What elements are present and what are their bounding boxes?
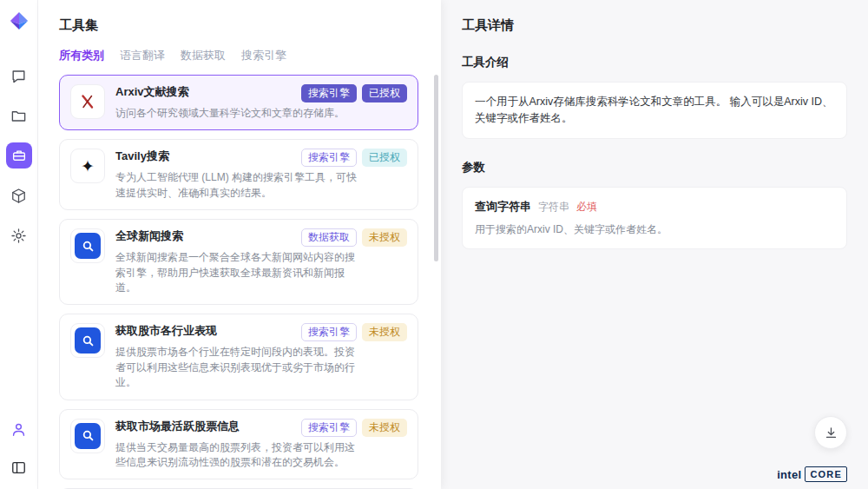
list-scrollbar[interactable] — [434, 75, 438, 261]
tab-search-engine[interactable]: 搜索引擎 — [241, 48, 286, 63]
tool-list-panel: 工具集 所有类别 语言翻译 数据获取 搜索引擎 Arxiv文献搜索 — [38, 0, 441, 489]
category-badge: 数据获取 — [301, 228, 357, 247]
tab-language-translation[interactable]: 语言翻译 — [120, 48, 165, 63]
tool-card-active-stocks[interactable]: 获取市场最活跃股票信息 搜索引擎 未授权 提供当天交易量最高的股票列表，投资者可… — [59, 409, 418, 480]
app-logo-icon — [9, 10, 30, 31]
category-badge: 搜索引擎 — [301, 419, 357, 437]
tool-detail-panel: 工具详情 工具介绍 一个用于从Arxiv存储库搜索科学论文和文章的工具。 输入可… — [441, 0, 868, 489]
tavily-logo-icon: ✦ — [70, 149, 105, 183]
app-window: 工具集 所有类别 语言翻译 数据获取 搜索引擎 Arxiv文献搜索 — [0, 0, 868, 489]
auth-status-badge: 未授权 — [362, 419, 407, 437]
tool-description: 访问各个研究领域大量科学论文和文章的存储库。 — [115, 106, 357, 121]
download-icon — [824, 426, 838, 440]
auth-status-badge: 未授权 — [362, 323, 407, 341]
param-description: 用于搜索的Arxiv ID、关键字或作者姓名。 — [475, 221, 834, 237]
category-badge: 搜索引擎 — [301, 323, 357, 341]
category-tabs: 所有类别 语言翻译 数据获取 搜索引擎 — [59, 48, 418, 63]
auth-status-badge: 未授权 — [362, 228, 407, 247]
params-heading: 参数 — [462, 160, 847, 175]
intel-brand-text: intel — [777, 468, 801, 481]
package-icon[interactable] — [6, 182, 32, 208]
tool-name: Tavily搜索 — [115, 149, 169, 164]
toolbox-icon[interactable] — [6, 142, 32, 169]
tool-name: 获取市场最活跃股票信息 — [115, 419, 240, 434]
tool-name: Arxiv文献搜索 — [115, 84, 189, 100]
tool-name: 获取股市各行业表现 — [115, 323, 217, 339]
panel-toggle-icon[interactable] — [6, 454, 32, 480]
intro-card: 一个用于从Arxiv存储库搜索科学论文和文章的工具。 输入可以是Arxiv ID… — [462, 82, 847, 139]
tool-card-global-news[interactable]: 全球新闻搜索 数据获取 未授权 全球新闻搜索是一个聚合全球各大新闻网站内容的搜索… — [59, 219, 418, 305]
param-name: 查询字符串 — [475, 199, 531, 215]
param-required-flag: 必填 — [576, 200, 597, 215]
auth-status-badge: 已授权 — [362, 149, 407, 167]
intel-core-logo: intel CORE — [777, 466, 847, 482]
page-title: 工具集 — [59, 17, 418, 34]
core-brand-text: CORE — [805, 466, 847, 482]
tool-card-list: Arxiv文献搜索 搜索引擎 已授权 访问各个研究领域大量科学论文和文章的存储库… — [59, 75, 418, 489]
tool-card-arxiv[interactable]: Arxiv文献搜索 搜索引擎 已授权 访问各个研究领域大量科学论文和文章的存储库… — [59, 75, 418, 130]
tool-card-tavily[interactable]: ✦ Tavily搜索 搜索引擎 已授权 专为人工智能代理 (LLM) 构建的搜索… — [59, 139, 418, 210]
tab-all-categories[interactable]: 所有类别 — [59, 48, 104, 63]
category-badge: 搜索引擎 — [301, 84, 357, 102]
tab-data-fetch[interactable]: 数据获取 — [181, 48, 226, 63]
auth-status-badge: 已授权 — [362, 84, 407, 102]
download-button[interactable] — [814, 416, 847, 449]
sidebar-bottom-group — [6, 416, 32, 480]
folder-icon[interactable] — [6, 102, 32, 129]
param-card: 查询字符串 字符串 必填 用于搜索的Arxiv ID、关键字或作者姓名。 — [462, 187, 847, 249]
param-type: 字符串 — [538, 200, 569, 215]
tool-card-sector-performance[interactable]: 获取股市各行业表现 搜索引擎 未授权 提供股票市场各个行业在特定时间段内的表现。… — [59, 314, 418, 400]
category-badge: 搜索引擎 — [301, 149, 357, 167]
user-icon[interactable] — [6, 416, 32, 442]
news-search-logo-icon — [70, 228, 105, 263]
tool-description: 提供当天交易量最高的股票列表，投资者可以利用这些信息来识别流动性强的股票和潜在的… — [115, 440, 357, 471]
intro-heading: 工具介绍 — [462, 55, 847, 70]
tool-description: 提供股票市场各个行业在特定时间段内的表现。投资者可以利用这些信息来识别表现优于或… — [115, 345, 357, 390]
intro-text: 一个用于从Arxiv存储库搜索科学论文和文章的工具。 输入可以是Arxiv ID… — [475, 94, 834, 127]
tool-name: 全球新闻搜索 — [115, 228, 183, 244]
chat-icon[interactable] — [6, 63, 32, 89]
detail-title: 工具详情 — [462, 17, 847, 34]
market-data-logo-icon — [70, 419, 105, 453]
settings-gear-icon[interactable] — [6, 222, 32, 248]
tool-description: 全球新闻搜索是一个聚合全球各大新闻网站内容的搜索引擎，帮助用户快速获取全球最新资… — [115, 250, 357, 295]
arxiv-logo-icon — [70, 84, 105, 119]
icon-sidebar — [0, 0, 38, 489]
market-data-logo-icon — [70, 323, 105, 358]
tool-description: 专为人工智能代理 (LLM) 构建的搜索引擎工具，可快速提供实时、准确和真实的结… — [115, 170, 357, 201]
